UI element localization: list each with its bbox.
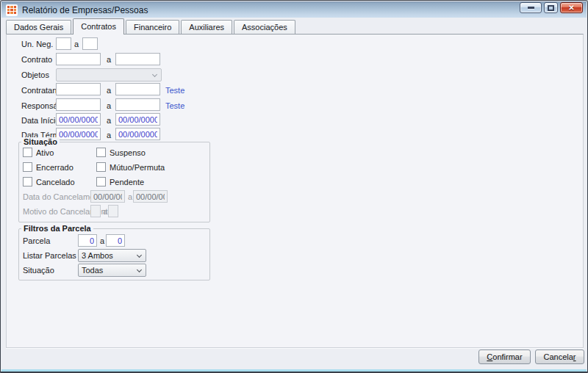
checkbox-row: Cancelado xyxy=(23,177,75,186)
motivo-cancelamento-from-input xyxy=(90,205,101,217)
checkbox-ativo[interactable] xyxy=(23,148,32,157)
data-termino-to-input[interactable] xyxy=(115,128,160,140)
confirmar-label-post: onfirmar xyxy=(492,352,522,361)
tab-associacoes[interactable]: Associações xyxy=(234,20,295,35)
app-icon xyxy=(6,4,18,16)
checkbox-encerrado[interactable] xyxy=(23,162,32,172)
data-cancelamento-from-input xyxy=(90,190,125,203)
filtros-parcela-legend: Filtros da Parcela xyxy=(21,224,93,233)
motivo-cancelamento-to-input xyxy=(108,205,118,217)
checkbox-suspenso[interactable] xyxy=(96,148,106,157)
minimize-button[interactable] xyxy=(520,2,542,13)
objetos-select xyxy=(56,68,162,82)
chevron-down-icon xyxy=(137,253,142,258)
contratante-teste-link[interactable]: Teste xyxy=(165,86,184,95)
data-cancelamento-to-input xyxy=(133,190,168,203)
parcela-sep: a xyxy=(100,236,104,245)
contratante-from-input[interactable] xyxy=(56,83,101,95)
maximize-button[interactable] xyxy=(544,2,558,13)
dialog-window: Relatório de Empresas/Pessoas ✕ Dados Ge… xyxy=(0,0,588,373)
checkbox-pendente-label: Pendente xyxy=(110,178,144,186)
window-bottom-border xyxy=(1,372,587,372)
situacao-filtro-select[interactable]: Todas xyxy=(78,264,146,277)
cancelar-label-key: r xyxy=(573,352,576,361)
minimize-icon xyxy=(528,7,534,9)
responsavel-to-input[interactable] xyxy=(115,98,160,111)
objetos-label: Objetos xyxy=(21,70,49,79)
checkbox-row: Ativo xyxy=(23,148,54,157)
window-controls: ✕ xyxy=(520,2,583,13)
checkbox-suspenso-label: Suspenso xyxy=(110,148,146,157)
checkbox-row: Mútuo/Permuta xyxy=(96,162,165,172)
chevron-down-icon xyxy=(137,267,142,272)
checkbox-row: Encerrado xyxy=(23,162,74,172)
tab-contratos[interactable]: Contratos xyxy=(73,18,124,35)
tab-dados-gerais[interactable]: Dados Gerais xyxy=(6,20,71,35)
checkbox-row: Pendente xyxy=(96,177,144,186)
contrato-label: Contrato xyxy=(21,55,52,64)
listar-parcelas-select[interactable]: 3 Ambos xyxy=(78,249,146,262)
data-termino-sep: a xyxy=(107,131,111,140)
responsavel-sep: a xyxy=(107,101,111,110)
chevron-down-icon xyxy=(152,72,157,77)
checkbox-encerrado-label: Encerrado xyxy=(36,163,74,172)
checkbox-mutuo-permuta[interactable] xyxy=(96,162,106,172)
parcela-label: Parcela xyxy=(23,236,50,245)
un-neg-from-input[interactable] xyxy=(56,37,71,50)
un-neg-sep: a xyxy=(74,40,79,48)
data-inicio-label: Data Início xyxy=(21,116,60,125)
parcela-to-input[interactable] xyxy=(106,234,125,247)
responsavel-from-input[interactable] xyxy=(56,98,101,111)
situacao-filtro-label: Situação xyxy=(23,266,54,275)
data-termino-from-input[interactable] xyxy=(56,128,101,140)
tab-auxiliares[interactable]: Auxiliares xyxy=(181,20,232,35)
tab-strip: Dados Gerais Contratos Financeiro Auxili… xyxy=(6,18,297,35)
motivo-cancelamento-sep: a xyxy=(103,207,107,216)
data-inicio-from-input[interactable] xyxy=(56,113,101,126)
contratante-to-input[interactable] xyxy=(115,83,160,95)
data-inicio-to-input[interactable] xyxy=(115,113,160,126)
parcela-from-input[interactable] xyxy=(78,234,97,247)
data-cancelamento-sep: a xyxy=(128,192,132,201)
un-neg-label: Un. Neg. xyxy=(21,40,53,48)
close-icon: ✕ xyxy=(568,4,574,12)
confirmar-label-key: C xyxy=(487,352,492,361)
situacao-filtro-value: Todas xyxy=(82,266,103,275)
checkbox-pendente[interactable] xyxy=(96,177,106,186)
checkbox-row: Suspenso xyxy=(96,148,146,157)
maximize-icon xyxy=(548,5,554,11)
contratante-sep: a xyxy=(107,86,111,95)
listar-parcelas-label: Listar Parcelas xyxy=(23,251,76,260)
listar-parcelas-value: 3 Ambos xyxy=(82,251,113,260)
contrato-sep: a xyxy=(107,55,111,64)
checkbox-cancelado[interactable] xyxy=(23,177,32,186)
confirmar-button[interactable]: Confirmar xyxy=(478,350,531,364)
window-title: Relatório de Empresas/Pessoas xyxy=(22,5,148,15)
cancelar-label-pre: Cancela xyxy=(543,352,573,361)
tab-financeiro[interactable]: Financeiro xyxy=(126,20,179,35)
responsavel-teste-link[interactable]: Teste xyxy=(165,101,184,110)
situacao-legend: Situação xyxy=(21,137,60,146)
checkbox-ativo-label: Ativo xyxy=(36,148,54,157)
checkbox-cancelado-label: Cancelado xyxy=(36,178,75,186)
contrato-to-input[interactable] xyxy=(115,53,160,65)
data-inicio-sep: a xyxy=(107,116,111,125)
titlebar[interactable]: Relatório de Empresas/Pessoas xyxy=(1,1,587,18)
un-neg-to-input[interactable] xyxy=(82,37,98,50)
checkbox-mutuo-permuta-label: Mútuo/Permuta xyxy=(110,163,165,172)
cancelar-button[interactable]: Cancelar xyxy=(535,350,584,364)
close-button[interactable]: ✕ xyxy=(560,2,583,13)
contrato-from-input[interactable] xyxy=(56,53,101,65)
